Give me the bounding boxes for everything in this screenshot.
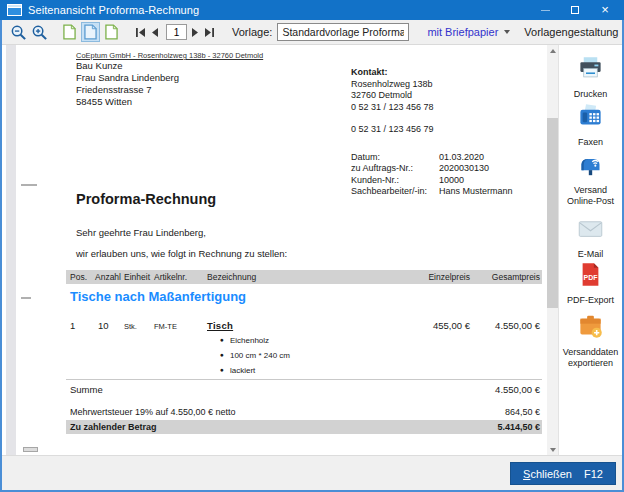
column-header-gesamtpreis: Gesamtpreis — [492, 272, 540, 282]
mwst-value: 864,50 € — [505, 407, 540, 417]
intro-text: wir erlauben uns, wie folgt in Rechnung … — [76, 248, 287, 259]
column-header-artikelnr: Artikelnr. — [154, 272, 187, 282]
item-detail: lackiert — [220, 366, 255, 375]
zoom-out-icon[interactable] — [10, 24, 27, 41]
vorlage-label: Vorlage: — [232, 26, 272, 38]
pdf-icon: PDF — [577, 261, 604, 292]
next-page-icon[interactable] — [190, 24, 201, 40]
meta-row: Sachbearbeiter/-in: Hans Mustermann — [351, 186, 513, 198]
zoom-in-icon[interactable] — [31, 24, 48, 41]
contact-address: Rosenholzweg 138b — [351, 79, 513, 91]
summary-divider — [66, 379, 542, 380]
contact-phone: 0 52 31 / 123 456 78 — [351, 102, 513, 114]
faxen-button[interactable]: Faxen — [559, 103, 622, 148]
scroll-up-icon[interactable] — [547, 45, 558, 56]
item-unit-price: 455,00 € — [433, 320, 470, 331]
column-header-einheit: Einheit — [124, 272, 150, 282]
item-article-number: FM-TE — [154, 322, 177, 331]
item-unit: Stk. — [124, 322, 137, 331]
versanddaten-exportieren-button[interactable]: Versanddaten exportieren — [559, 313, 622, 368]
page-number-input[interactable] — [166, 24, 187, 40]
action-sidebar: Drucken Faxen — [558, 45, 622, 455]
recipient-line: Frau Sandra Lindenberg — [76, 72, 179, 84]
envelope-icon — [577, 215, 604, 246]
meta-row: zu Auftrags-Nr.: 2020030130 — [351, 163, 513, 175]
email-button[interactable]: E-Mail — [559, 215, 622, 260]
column-header-bezeichnung: Bezeichnung — [207, 272, 256, 282]
fax-icon — [577, 103, 604, 134]
mit-briefpapier-button[interactable]: mit Briefpapier — [427, 26, 510, 38]
summe-value: 4.550,00 € — [495, 384, 540, 395]
window-controls: × — [530, 0, 620, 20]
versand-online-post-button[interactable]: Versand Online-Post — [559, 151, 622, 206]
toolbar: Vorlage: Standardvorlage Proforma-Rechnu… — [2, 20, 622, 45]
mwst-label: Mehrwertsteuer 19% auf 4.550,00 € netto — [70, 407, 236, 417]
maximize-icon[interactable] — [560, 0, 590, 20]
vorlage-select[interactable]: Standardvorlage Proforma-Rechnung — [277, 23, 409, 41]
greeting-text: Sehr geehrte Frau Lindenberg, — [76, 227, 206, 238]
export-package-icon — [577, 313, 604, 344]
recipient-line: Friedensstrasse 7 — [76, 84, 179, 96]
last-page-icon[interactable] — [204, 24, 215, 40]
page-view-width-icon[interactable] — [102, 22, 121, 42]
item-detail: 100 cm * 240 cm — [220, 351, 290, 360]
svg-text:PDF: PDF — [584, 274, 598, 281]
invoice-title: Proforma-Rechnung — [76, 191, 216, 207]
item-pos: 1 — [70, 320, 75, 331]
meta-row: Kunden-Nr.: 10000 — [351, 175, 513, 187]
item-quantity: 10 — [98, 320, 109, 331]
total-value: 5.414,50 € — [497, 422, 540, 432]
item-detail: Eichenholz — [220, 336, 269, 345]
close-icon[interactable]: × — [590, 0, 620, 20]
page-view-single-icon[interactable] — [60, 22, 79, 42]
close-shortcut: F12 — [584, 468, 603, 480]
titlebar: Seitenansicht Proforma-Rechnung × — [0, 0, 624, 20]
window: Seitenansicht Proforma-Rechnung × — [0, 0, 624, 492]
column-header-einzelpreis: Einzelpreis — [428, 272, 470, 282]
first-page-icon[interactable] — [135, 24, 146, 40]
vorlage-select-value: Standardvorlage Proforma-Rechnung — [282, 26, 404, 38]
app-icon — [7, 4, 22, 16]
printer-icon — [577, 55, 604, 86]
item-group-heading: Tische nach Maßanfertigung — [70, 289, 246, 304]
previous-page-icon[interactable] — [149, 24, 160, 40]
vertical-scrollbar-thumb[interactable] — [547, 118, 558, 308]
mailbox-icon — [577, 151, 604, 182]
page-view-fit-icon[interactable] — [81, 22, 100, 42]
scroll-down-icon[interactable] — [547, 444, 558, 455]
invoice-meta: Datum: 01.03.2020 zu Auftrags-Nr.: 20200… — [351, 152, 513, 198]
vorlagengestaltung-menu[interactable]: Vorlagengestaltung — [524, 26, 624, 38]
column-header-anzahl: Anzahl — [95, 272, 121, 282]
contact-heading: Kontakt: — [351, 67, 513, 79]
total-label: Zu zahlender Betrag — [70, 422, 157, 432]
document-preview: CoEptum GmbH - Rosenholzweg 138b - 32760… — [2, 45, 558, 455]
recipient-line: Bau Kunze — [76, 60, 179, 72]
pdf-export-button[interactable]: PDF PDF-Export — [559, 261, 622, 306]
minimize-icon[interactable] — [530, 0, 560, 20]
window-title: Seitenansicht Proforma-Rechnung — [28, 4, 199, 16]
caret-down-icon — [504, 30, 510, 34]
summe-label: Summe — [70, 384, 103, 395]
recipient-line: 58455 Witten — [76, 96, 179, 108]
invoice-page: CoEptum GmbH - Rosenholzweg 138b - 32760… — [2, 45, 558, 455]
sender-line: CoEptum GmbH - Rosenholzweg 138b - 32760… — [76, 51, 263, 60]
contact-fax: 0 52 31 / 123 456 79 — [351, 124, 513, 136]
footer: Schließen F12 — [2, 455, 622, 490]
meta-row: Datum: 01.03.2020 — [351, 152, 513, 164]
schliessen-button[interactable]: Schließen F12 — [510, 462, 616, 485]
contact-block: Kontakt: Rosenholzweg 138b 32760 Detmold… — [351, 67, 513, 198]
contact-address: 32760 Detmold — [351, 90, 513, 102]
horizontal-scrollbar-thumb[interactable] — [23, 447, 38, 452]
recipient-address: Bau Kunze Frau Sandra Lindenberg Frieden… — [76, 60, 179, 108]
main-area: CoEptum GmbH - Rosenholzweg 138b - 32760… — [2, 45, 622, 455]
column-header-pos: Pos. — [70, 272, 87, 282]
item-name: Tisch — [207, 320, 233, 331]
drucken-button[interactable]: Drucken — [559, 55, 622, 100]
vertical-scrollbar[interactable] — [547, 45, 558, 455]
item-total-price: 4.550,00 € — [495, 320, 540, 331]
